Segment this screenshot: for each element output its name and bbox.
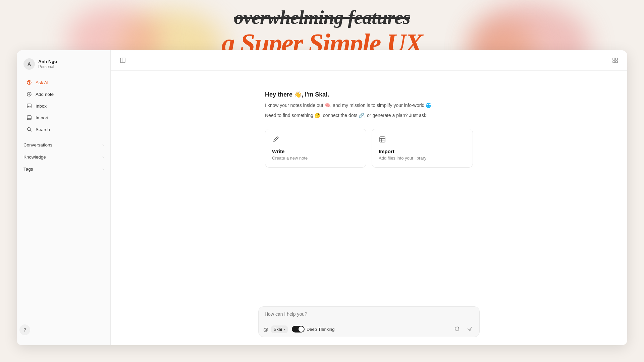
sidebar-section-knowledge[interactable]: Knowledge ›	[17, 151, 110, 163]
user-name: Anh Ngo	[38, 59, 57, 64]
svg-rect-6	[27, 116, 31, 120]
deep-thinking-toggle: Deep Thinking	[292, 326, 335, 333]
sidebar-nav: Ask AI Add note	[17, 76, 110, 175]
sidebar: A Anh Ngo Personal Ask AI	[17, 50, 111, 345]
sidebar-item-ask-ai[interactable]: Ask AI	[19, 77, 108, 88]
sidebar-label-import: Import	[36, 115, 48, 120]
sidebar-bottom: ?	[17, 321, 110, 339]
search-icon	[26, 126, 32, 132]
tags-chevron: ›	[102, 167, 104, 171]
sidebar-label-search: Search	[36, 127, 50, 132]
toggle-knob	[299, 326, 304, 332]
input-area: @ Skai ▾ Deep Thinking	[111, 301, 627, 345]
main-content: Hey there 👋, I'm Skai. I know your notes…	[111, 50, 627, 345]
greeting-subtitle-2: Need to find something 🤔, connect the do…	[265, 112, 473, 119]
user-profile[interactable]: A Anh Ngo Personal	[17, 57, 110, 76]
deep-thinking-switch[interactable]	[292, 326, 305, 333]
model-name: Skai	[274, 327, 282, 332]
import-card-title: Import	[379, 148, 466, 154]
svg-rect-18	[380, 137, 385, 142]
svg-line-17	[277, 137, 278, 138]
conversations-chevron: ›	[102, 143, 104, 147]
ask-ai-icon	[26, 79, 32, 85]
at-mention-button[interactable]: @	[263, 326, 268, 332]
model-chevron-icon: ▾	[283, 327, 285, 331]
knowledge-chevron: ›	[102, 155, 104, 159]
main-header	[111, 50, 627, 71]
import-card-icon	[379, 136, 466, 143]
svg-rect-15	[613, 61, 615, 63]
send-button[interactable]	[465, 324, 475, 334]
svg-rect-5	[27, 104, 31, 108]
greeting-title: Hey there 👋, I'm Skai.	[265, 91, 473, 98]
sidebar-item-inbox[interactable]: Inbox	[19, 100, 108, 112]
action-cards: Write Create a new note Impor	[265, 129, 473, 168]
import-icon	[26, 115, 32, 121]
input-toolbar: @ Skai ▾ Deep Thinking	[259, 321, 479, 337]
svg-rect-16	[615, 61, 618, 63]
deep-thinking-label: Deep Thinking	[307, 327, 335, 332]
help-button[interactable]: ?	[19, 324, 30, 335]
sidebar-item-search[interactable]: Search	[19, 124, 108, 135]
action-card-import[interactable]: Import Add files into your library	[372, 129, 473, 168]
svg-line-10	[30, 130, 32, 132]
user-info: Anh Ngo Personal	[38, 59, 57, 69]
svg-rect-13	[613, 58, 615, 60]
greeting-subtitle-1: I know your notes inside out 🧠, and my m…	[265, 102, 473, 109]
sidebar-label-add-note: Add note	[36, 92, 54, 97]
sidebar-item-import[interactable]: Import	[19, 112, 108, 123]
sidebar-label-ask-ai: Ask AI	[36, 80, 48, 85]
chat-input[interactable]	[259, 307, 479, 320]
action-card-write[interactable]: Write Create a new note	[265, 129, 366, 168]
user-plan: Personal	[38, 64, 57, 69]
sidebar-label-inbox: Inbox	[36, 104, 47, 109]
strikethrough-text: overwhelming features	[0, 6, 644, 28]
avatar: A	[23, 58, 35, 70]
refresh-button[interactable]	[452, 324, 462, 334]
write-card-title: Write	[272, 148, 359, 154]
model-selector[interactable]: Skai ▾	[271, 325, 288, 333]
sidebar-section-conversations[interactable]: Conversations ›	[17, 139, 110, 151]
input-container: @ Skai ▾ Deep Thinking	[258, 306, 480, 337]
write-card-desc: Create a new note	[272, 156, 359, 161]
conversations-label: Conversations	[23, 142, 52, 147]
svg-rect-14	[615, 58, 618, 60]
sidebar-section-tags[interactable]: Tags ›	[17, 163, 110, 175]
background-annotation: overwhelming features a Super Simple UX	[0, 0, 644, 58]
import-card-desc: Add files into your library	[379, 156, 466, 161]
add-note-icon	[26, 91, 32, 97]
tags-label: Tags	[23, 167, 33, 172]
toggle-sidebar-button[interactable]	[117, 55, 128, 66]
svg-rect-11	[120, 58, 125, 63]
greeting-section: Hey there 👋, I'm Skai. I know your notes…	[265, 91, 473, 168]
app-window: A Anh Ngo Personal Ask AI	[17, 50, 627, 345]
chat-area: Hey there 👋, I'm Skai. I know your notes…	[111, 71, 627, 301]
layout-button[interactable]	[610, 55, 621, 66]
sidebar-item-add-note[interactable]: Add note	[19, 88, 108, 100]
svg-point-1	[29, 83, 30, 84]
knowledge-label: Knowledge	[23, 155, 46, 160]
write-card-icon	[272, 136, 359, 143]
inbox-icon	[26, 103, 32, 109]
